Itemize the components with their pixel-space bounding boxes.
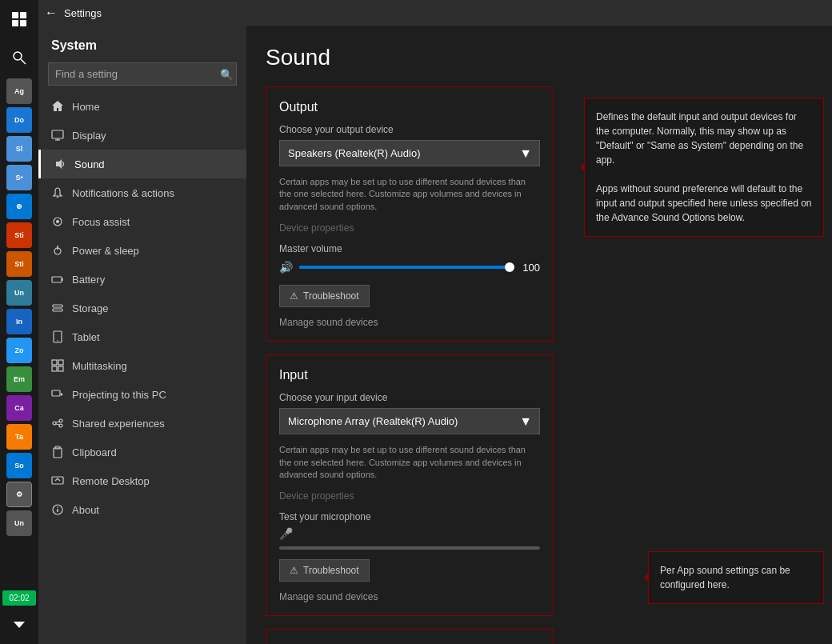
taskbar-app-s2[interactable]: S•	[6, 165, 32, 190]
sidebar-item-sound[interactable]: Sound	[38, 150, 246, 178]
sidebar-item-power[interactable]: Power & sleep	[38, 236, 246, 265]
volume-icon: 🔊	[279, 261, 293, 274]
search-box: 🔍	[48, 62, 237, 86]
taskbar-app-call[interactable]: Ca	[6, 395, 32, 421]
svg-rect-22	[58, 360, 63, 365]
svg-line-5	[21, 59, 26, 64]
sidebar-item-storage[interactable]: Storage	[38, 294, 246, 322]
svg-rect-24	[58, 366, 63, 371]
sidebar-item-clipboard[interactable]: Clipboard	[38, 438, 246, 466]
taskbar-app-sou[interactable]: So	[6, 453, 32, 478]
output-info-text: Certain apps may be set up to use differ…	[279, 176, 540, 213]
page-title: Sound	[266, 45, 813, 70]
sidebar-header: System	[38, 26, 246, 59]
svg-point-20	[57, 340, 58, 342]
taskbar-app-un[interactable]: Un	[6, 280, 32, 306]
input-device-select[interactable]: Microphone Array (Realtek(R) Audio)	[279, 408, 540, 434]
search-input[interactable]	[48, 62, 237, 86]
expand-taskbar-icon[interactable]	[0, 606, 38, 644]
input-info-text: Certain apps may be set up to use differ…	[279, 444, 540, 481]
mic-level-slider[interactable]	[279, 546, 540, 550]
sidebar-item-multitasking[interactable]: Multitasking	[38, 351, 246, 380]
taskbar-app-stick1[interactable]: Sti	[6, 222, 32, 248]
sidebar-item-focus[interactable]: Focus assist	[38, 207, 246, 236]
svg-rect-0	[12, 12, 18, 18]
taskbar-app-set[interactable]: ⚙	[6, 482, 32, 507]
sidebar: System 🔍 Home Display Sound Notification…	[38, 26, 246, 644]
tooltip2-arrow	[639, 573, 649, 582]
volume-section: Master volume 🔊 100	[279, 243, 540, 275]
svg-rect-7	[52, 130, 63, 138]
sidebar-item-display[interactable]: Display	[38, 121, 246, 150]
sidebar-item-shared[interactable]: Shared experiences	[38, 409, 246, 438]
taskbar-app-in[interactable]: In	[6, 309, 32, 334]
taskbar-app-edge[interactable]: ⊕	[6, 194, 32, 219]
input-title: Input	[279, 368, 540, 382]
taskbar-app-age[interactable]: Ag	[6, 78, 32, 104]
input-device-properties: Device properties	[279, 490, 540, 502]
output-troubleshoot-button[interactable]: ⚠ Troubleshoot	[279, 285, 370, 307]
svg-rect-3	[20, 20, 26, 26]
start-button[interactable]	[0, 0, 38, 38]
output-device-properties: Device properties	[279, 222, 540, 234]
output-device-wrapper: Speakers (Realtek(R) Audio) ▼	[279, 140, 540, 166]
sidebar-item-remote[interactable]: Remote Desktop	[38, 466, 246, 495]
svg-rect-23	[52, 366, 57, 371]
main-content: Sound Output Choose your output device S…	[246, 26, 832, 644]
svg-point-28	[59, 424, 62, 427]
sidebar-item-tablet[interactable]: Tablet	[38, 322, 246, 351]
taskbar-app-unt[interactable]: Un	[6, 510, 32, 536]
svg-marker-6	[14, 622, 25, 628]
taskbar: Ag Do Sl S• ⊕ Sti Sti Un In Zo Em Ca Ta …	[0, 0, 38, 644]
svg-rect-15	[52, 277, 62, 282]
search-taskbar-icon[interactable]	[0, 38, 38, 77]
svg-rect-21	[52, 360, 57, 365]
sidebar-item-home[interactable]: Home	[38, 92, 246, 121]
sidebar-item-about[interactable]: About	[38, 495, 246, 524]
warning-icon: ⚠	[290, 290, 298, 302]
input-troubleshoot-button[interactable]: ⚠ Troubleshoot	[279, 559, 370, 582]
taskbar-app-tas[interactable]: Ta	[6, 424, 32, 450]
mic-icon: 🎤	[279, 527, 293, 540]
svg-line-30	[56, 424, 59, 425]
search-submit-icon[interactable]: 🔍	[220, 68, 234, 80]
test-mic-label: Test your microphone	[279, 511, 540, 522]
svg-rect-2	[12, 20, 18, 26]
volume-row: 🔊 100	[279, 259, 540, 275]
svg-rect-31	[54, 448, 62, 458]
sidebar-item-projecting[interactable]: Projecting to this PC	[38, 380, 246, 409]
advanced-section: Advanced sound options ⊞ App volume and …	[266, 629, 554, 644]
input-warning-icon: ⚠	[290, 565, 298, 576]
tooltip-output: Defines the default input and output dev…	[584, 98, 824, 237]
svg-point-26	[53, 422, 56, 425]
volume-slider[interactable]	[299, 259, 510, 275]
svg-marker-10	[56, 159, 62, 169]
output-device-select[interactable]: Speakers (Realtek(R) Audio)	[279, 140, 540, 166]
taskbar-app-em[interactable]: Em	[6, 366, 32, 392]
title-bar-text: Settings	[64, 7, 102, 19]
mic-icon-row: 🎤	[279, 527, 540, 540]
output-title: Output	[279, 100, 540, 114]
taskbar-app-zoom[interactable]: Zo	[6, 338, 32, 363]
svg-point-36	[57, 506, 58, 508]
tooltip1-arrow	[575, 162, 585, 172]
title-bar: ← Settings	[38, 0, 832, 26]
tooltip1-text: Defines the default input and output dev…	[596, 111, 814, 223]
tooltip2-text: Per App sound settings can be configured…	[660, 565, 790, 590]
svg-rect-17	[53, 305, 62, 307]
taskbar-app-do[interactable]: Do	[6, 107, 32, 133]
svg-line-29	[56, 422, 59, 422]
taskbar-app-slack[interactable]: Sl	[6, 136, 32, 162]
svg-point-12	[56, 220, 59, 223]
svg-rect-18	[53, 309, 62, 311]
sidebar-item-notifications[interactable]: Notifications & actions	[38, 178, 246, 207]
taskbar-app-stick2[interactable]: Sti	[6, 251, 32, 277]
input-choose-label: Choose your input device	[279, 392, 540, 403]
output-section: Output Choose your output device Speaker…	[266, 86, 554, 342]
tooltip-advanced: Per App sound settings can be configured…	[648, 551, 824, 604]
time-display: 02:02	[2, 590, 36, 606]
input-manage-link[interactable]: Manage sound devices	[279, 591, 540, 602]
output-manage-link[interactable]: Manage sound devices	[279, 317, 540, 328]
back-button[interactable]: ←	[45, 6, 58, 20]
sidebar-item-battery[interactable]: Battery	[38, 265, 246, 294]
